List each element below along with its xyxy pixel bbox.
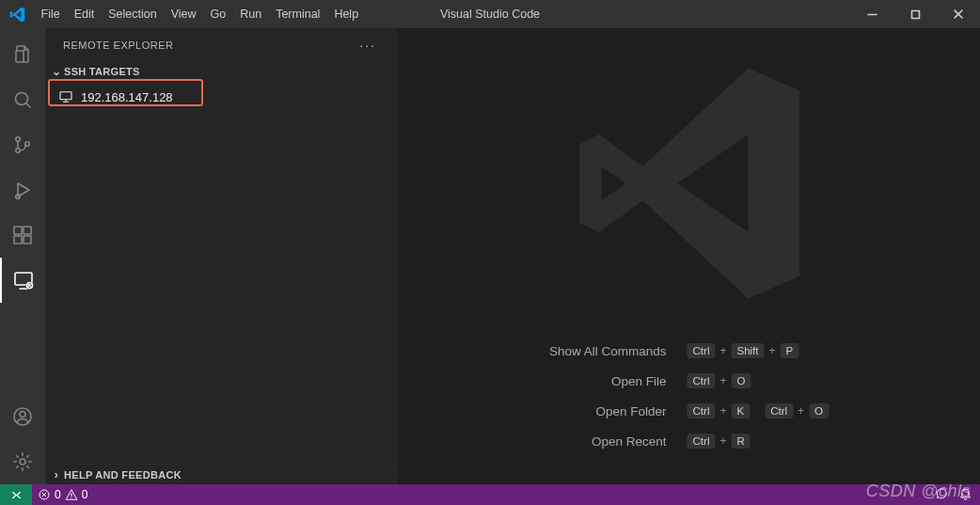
explorer-icon[interactable]: [0, 32, 45, 77]
menu-run[interactable]: Run: [233, 0, 269, 28]
search-icon[interactable]: [0, 77, 45, 122]
feedback-icon[interactable]: [935, 486, 949, 503]
key: O: [731, 373, 751, 388]
vscode-app-icon: [0, 7, 34, 23]
shortcut-open-folder-keys: Ctrl+ K Ctrl+ O: [688, 403, 829, 418]
vscode-watermark-logo: [567, 61, 812, 306]
shortcut-open-file-keys: Ctrl+ O: [688, 373, 829, 388]
section-help-feedback[interactable]: › HELP AND FEEDBACK: [45, 464, 398, 484]
ssh-target-row[interactable]: 192.168.147.128: [49, 85, 394, 109]
shortcut-show-all-keys: Ctrl+ Shift+ P: [688, 343, 829, 358]
warning-icon: [65, 488, 78, 501]
close-button[interactable]: [937, 0, 980, 28]
svg-rect-16: [60, 92, 71, 100]
problems-status[interactable]: 0 0: [32, 484, 93, 505]
svg-rect-9: [24, 227, 31, 234]
sidebar-title: REMOTE EXPLORER ···: [45, 28, 398, 61]
menu-go[interactable]: Go: [203, 0, 233, 28]
svg-rect-7: [14, 236, 22, 244]
extensions-icon[interactable]: [0, 213, 45, 258]
svg-rect-0: [911, 10, 919, 18]
error-icon: [38, 488, 51, 501]
more-actions-icon[interactable]: ···: [359, 38, 376, 53]
error-count: 0: [55, 488, 61, 501]
section-label: SSH TARGETS: [64, 66, 140, 77]
chevron-down-icon: ⌄: [49, 65, 64, 78]
monitor-icon: [58, 89, 73, 104]
key: K: [731, 403, 750, 418]
menu-help[interactable]: Help: [327, 0, 366, 28]
maximize-button[interactable]: [893, 0, 937, 28]
svg-point-15: [20, 459, 25, 465]
sidebar: REMOTE EXPLORER ··· ⌄ SSH TARGETS 192.16…: [45, 28, 398, 484]
svg-rect-6: [14, 227, 22, 234]
key: R: [731, 434, 750, 449]
remote-window-indicator[interactable]: [0, 484, 32, 505]
key: O: [809, 403, 829, 418]
warning-count: 0: [82, 488, 88, 501]
menu-edit[interactable]: Edit: [67, 0, 102, 28]
key: Shift: [731, 343, 764, 358]
activity-bar: [0, 28, 45, 484]
key: Ctrl: [688, 373, 716, 388]
titlebar: File Edit Selection View Go Run Terminal…: [0, 0, 980, 28]
accounts-icon[interactable]: [0, 394, 45, 439]
menu-file[interactable]: File: [34, 0, 67, 28]
editor-area: Show All Commands Ctrl+ Shift+ P Open Fi…: [398, 28, 980, 484]
shortcut-open-recent-label: Open Recent: [549, 434, 667, 449]
notifications-icon[interactable]: [958, 486, 972, 503]
shortcut-open-folder-label: Open Folder: [549, 404, 667, 418]
chevron-right-icon: ›: [49, 468, 64, 481]
menu-selection[interactable]: Selection: [102, 0, 164, 28]
remote-explorer-icon[interactable]: [0, 258, 45, 303]
source-control-icon[interactable]: [0, 122, 45, 167]
shortcut-show-all-label: Show All Commands: [549, 344, 667, 358]
help-section-label: HELP AND FEEDBACK: [64, 469, 182, 481]
run-debug-icon[interactable]: [0, 167, 45, 213]
sidebar-title-label: REMOTE EXPLORER: [63, 39, 174, 51]
menubar: File Edit Selection View Go Run Terminal…: [34, 0, 366, 28]
svg-rect-8: [24, 236, 31, 244]
minimize-button[interactable]: [850, 0, 893, 28]
section-ssh-targets[interactable]: ⌄ SSH TARGETS: [45, 61, 398, 82]
shortcut-open-recent-keys: Ctrl+ R: [688, 434, 829, 449]
key: Ctrl: [688, 343, 716, 358]
shortcut-open-file-label: Open File: [549, 374, 667, 388]
ssh-target-host: 192.168.147.128: [81, 90, 173, 104]
svg-point-14: [20, 412, 25, 418]
key: P: [781, 343, 799, 358]
settings-gear-icon[interactable]: [0, 439, 45, 484]
statusbar: 0 0: [0, 484, 980, 505]
key: Ctrl: [688, 434, 716, 449]
welcome-shortcuts: Show All Commands Ctrl+ Shift+ P Open Fi…: [549, 343, 829, 449]
key: Ctrl: [765, 403, 793, 418]
key: Ctrl: [688, 403, 716, 418]
menu-terminal[interactable]: Terminal: [269, 0, 327, 28]
menu-view[interactable]: View: [164, 0, 203, 28]
window-controls: [850, 0, 980, 28]
